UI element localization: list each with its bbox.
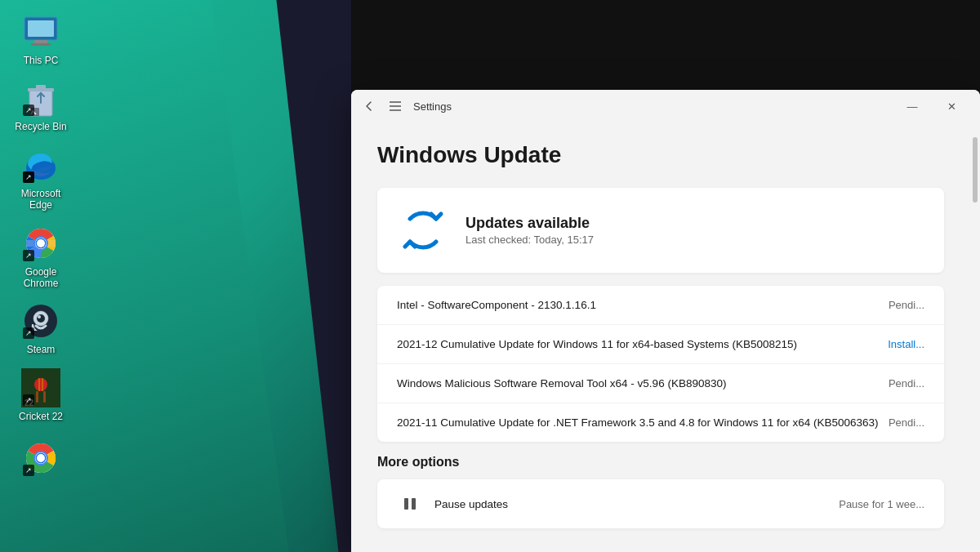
update-status-2: Pendi... <box>889 377 924 390</box>
recycle-bin-label: Recycle Bin <box>15 121 66 132</box>
svg-rect-8 <box>36 85 46 89</box>
scrollbar[interactable] <box>970 122 980 552</box>
svg-rect-25 <box>36 391 38 403</box>
pause-icon <box>397 491 423 517</box>
svg-point-32 <box>37 454 45 462</box>
more-options-title: More options <box>377 455 944 470</box>
svg-rect-26 <box>43 391 46 403</box>
this-pc-icon <box>21 12 60 51</box>
steam-icon: ↗ <box>21 301 60 341</box>
desktop-icon-microsoft-edge[interactable]: ↗ Microsoft Edge <box>4 141 78 216</box>
update-status-3: Pendi... <box>889 416 924 429</box>
update-status-1: Install... <box>888 338 924 350</box>
desktop-icon-steam[interactable]: ↗ Steam <box>4 297 78 359</box>
svg-point-16 <box>37 239 45 247</box>
last-checked: Last checked: Today, 15:17 <box>466 234 594 246</box>
desktop-icon-this-pc[interactable]: This PC <box>4 8 78 70</box>
steam-label: Steam <box>27 344 56 355</box>
desktop-icons-area: This PC ↗ Recycle Bin <box>0 0 82 493</box>
updates-list: Intel - SoftwareComponent - 2130.1.16.1 … <box>377 286 944 442</box>
google-chrome-label: Google Chrome <box>8 266 74 290</box>
svg-rect-4 <box>31 43 51 46</box>
svg-point-19 <box>37 314 45 323</box>
update-status-card: Updates available Last checked: Today, 1… <box>377 188 944 273</box>
shortcut-arrow-chrome-2: ↗ <box>23 465 34 476</box>
close-button close[interactable]: ✕ <box>933 93 970 119</box>
update-name-3: 2021-11 Cumulative Update for .NET Frame… <box>397 416 879 429</box>
update-item-1[interactable]: 2021-12 Cumulative Update for Windows 11… <box>377 325 944 364</box>
desktop-icon-google-chrome[interactable]: ↗ Google Chrome <box>4 220 78 294</box>
recycle-bin-icon: ↗ <box>21 78 60 118</box>
update-name-0: Intel - SoftwareComponent - 2130.1.16.1 <box>397 299 596 311</box>
shortcut-arrow-cricket: ↗ <box>23 394 34 406</box>
desktop-icon-google-chrome-2[interactable]: ↗ <box>4 434 78 485</box>
update-status-text: Updates available Last checked: Today, 1… <box>466 215 594 246</box>
google-chrome-2-icon: ↗ <box>21 438 60 478</box>
hamburger-button[interactable] <box>387 98 403 114</box>
svg-rect-3 <box>34 40 47 43</box>
sync-icon-container <box>397 204 449 256</box>
desktop: This PC ↗ Recycle Bin <box>0 0 980 552</box>
update-item-2[interactable]: Windows Malicious Software Removal Tool … <box>377 364 944 403</box>
shortcut-arrow-steam: ↗ <box>23 327 34 339</box>
update-item-3[interactable]: 2021-11 Cumulative Update for .NET Frame… <box>377 403 944 442</box>
microsoft-edge-label: Microsoft Edge <box>8 188 74 211</box>
back-button[interactable] <box>361 98 377 114</box>
google-chrome-icon: ↗ <box>21 224 60 263</box>
more-options-card: Pause updates Pause for 1 wee... <box>377 479 944 528</box>
shortcut-arrow-chrome: ↗ <box>23 250 34 261</box>
update-name-2: Windows Malicious Software Removal Tool … <box>397 377 726 390</box>
content-area: Windows Update <box>351 122 980 552</box>
update-item-0[interactable]: Intel - SoftwareComponent - 2130.1.16.1 … <box>377 286 944 325</box>
pause-updates-value: Pause for 1 wee... <box>839 498 924 510</box>
settings-title: Settings <box>413 100 884 113</box>
minimize-button[interactable]: — <box>893 93 931 119</box>
pause-updates-label: Pause updates <box>434 498 508 510</box>
shortcut-arrow-edge: ↗ <box>23 171 34 183</box>
cricket-22-label: Cricket 22 <box>19 411 63 422</box>
microsoft-edge-icon: ↗ <box>21 145 60 185</box>
scroll-handle[interactable] <box>973 137 978 203</box>
page-title: Windows Update <box>377 142 944 168</box>
shortcut-arrow-recycle: ↗ <box>23 105 34 116</box>
pause-updates-option[interactable]: Pause updates Pause for 1 wee... <box>377 479 944 528</box>
cricket-22-icon: 22 ↗ <box>21 368 60 407</box>
svg-rect-36 <box>404 498 408 510</box>
desktop-icon-recycle-bin[interactable]: ↗ Recycle Bin <box>4 74 78 136</box>
title-bar: Settings — ✕ <box>351 90 980 122</box>
window-controls: — ✕ <box>893 93 970 119</box>
update-status-0: Pendi... <box>889 299 924 311</box>
desktop-icon-cricket-22[interactable]: 22 ↗ Cricket 22 <box>4 364 78 426</box>
sync-icon <box>397 204 449 256</box>
svg-rect-2 <box>28 20 54 37</box>
update-heading: Updates available <box>466 215 594 232</box>
svg-point-20 <box>38 315 41 318</box>
update-name-1: 2021-12 Cumulative Update for Windows 11… <box>397 338 797 350</box>
svg-rect-37 <box>412 498 416 510</box>
settings-window: Settings — ✕ Windows Update <box>351 90 980 552</box>
pause-updates-left: Pause updates <box>397 491 508 517</box>
this-pc-label: This PC <box>24 55 59 66</box>
main-content: Windows Update <box>351 122 970 552</box>
svg-point-22 <box>34 378 47 391</box>
